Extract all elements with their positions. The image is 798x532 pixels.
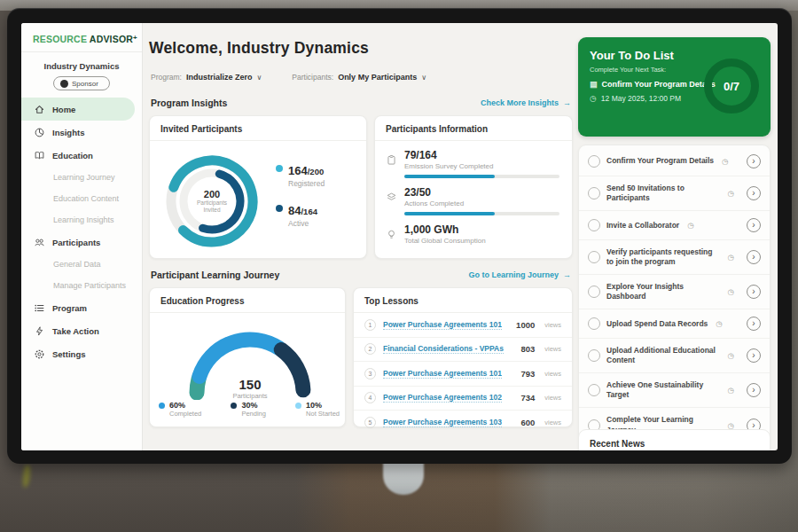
lesson-rank: 4 — [364, 392, 376, 403]
metric-progress-bar — [404, 175, 559, 178]
sidebar-item-participants[interactable]: Participants — [21, 231, 142, 254]
task-label: Achieve One Sustainability Target — [606, 380, 720, 400]
metric-value: 79/164 — [404, 149, 559, 161]
lesson-link[interactable]: Power Purchase Agreements 102 — [383, 393, 502, 403]
sidebar-item-label: Learning Insights — [53, 215, 114, 224]
lesson-link[interactable]: Power Purchase Agreements 101 — [383, 369, 502, 379]
metric-label: Total Global Consumption — [404, 237, 559, 245]
lesson-views-value: 793 — [520, 369, 535, 379]
sidebar-item-label: Insights — [52, 128, 84, 137]
lesson-row-1: 1Power Purchase Agreements 1011000views — [354, 313, 572, 338]
recent-news-title: Recent News — [579, 430, 770, 450]
task-row-confirm-your-program-details: Confirm Your Program Details◷› — [579, 147, 770, 176]
sidebar-item-learning-insights[interactable]: Learning Insights — [21, 209, 142, 231]
sidebar-item-learning-journey[interactable]: Learning Journey — [21, 167, 142, 188]
lesson-rank: 2 — [364, 343, 376, 355]
sidebar-item-education[interactable]: Education — [21, 144, 142, 167]
sidebar-item-label: Participants — [52, 238, 100, 247]
program-insights-header: Program Insights Check More Insights → — [151, 98, 571, 108]
task-chevron-right-icon[interactable]: › — [747, 383, 761, 397]
task-row-upload-spend-data-records: Upload Spend Data Records◷› — [579, 309, 770, 339]
sidebar-item-education-content[interactable]: Education Content — [21, 188, 142, 209]
lesson-views-label: views — [544, 394, 561, 402]
participants-filter-value: Only My Participants — [338, 73, 417, 82]
invited-participants-donut-chart: 200 Participants Invited — [162, 152, 262, 251]
sidebar-nav: HomeInsightsEducationLearning JourneyEdu… — [21, 98, 142, 365]
participants-metrics: 79/164Emission Survey Completed23/50Acti… — [375, 141, 572, 245]
go-to-learning-journey-label: Go to Learning Journey — [468, 270, 559, 279]
todo-column: Your To Do List Complete Your Next Task:… — [578, 23, 771, 450]
sponsor-badge[interactable]: Sponsor — [53, 76, 110, 90]
lesson-link[interactable]: Power Purchase Agreements 101 — [383, 320, 502, 330]
clock-icon: ◷ — [722, 157, 728, 166]
task-chevron-right-icon[interactable]: › — [747, 186, 761, 200]
task-checkbox[interactable] — [588, 286, 600, 298]
task-checkbox[interactable] — [588, 155, 600, 168]
task-chevron-right-icon[interactable]: › — [747, 218, 761, 232]
sidebar-item-manage-participants[interactable]: Manage Participants — [21, 275, 142, 296]
sidebar-item-take-action[interactable]: Take Action — [21, 319, 142, 342]
clipboard-icon — [386, 154, 397, 166]
sidebar-item-insights[interactable]: Insights — [21, 121, 142, 144]
program-filter[interactable]: Program: Industrialize Zero ∨ — [151, 73, 262, 82]
lesson-link[interactable]: Power Purchase Agreements 103 — [383, 418, 502, 427]
task-checkbox[interactable] — [588, 317, 600, 330]
task-chevron-right-icon[interactable]: › — [747, 285, 761, 299]
invited-participants-card: Invited Participants 200 Participants In… — [149, 115, 367, 259]
gauge-legend-completed: 60%Completed — [159, 401, 201, 418]
task-label: Verify participants requesting to join t… — [606, 247, 720, 267]
task-chevron-right-icon[interactable]: › — [747, 348, 761, 363]
gauge-center-label: 150 Participants — [175, 377, 325, 400]
go-to-learning-journey-link[interactable]: Go to Learning Journey → — [468, 270, 571, 279]
participants-information-card: Participants Information 79/164Emission … — [374, 115, 573, 259]
check-more-insights-link[interactable]: Check More Insights → — [481, 98, 571, 107]
task-checkbox[interactable] — [588, 384, 600, 396]
legend-label: Completed — [169, 410, 201, 418]
legend-label: Not Started — [306, 410, 340, 418]
arrow-right-icon: → — [563, 270, 571, 279]
metric-value: 1,000 GWh — [404, 223, 559, 236]
task-checkbox[interactable] — [588, 187, 600, 200]
page-title: Welcome, Industry Dynamics — [149, 39, 369, 58]
education-icon — [34, 150, 45, 161]
gauge-center-value: 150 — [175, 377, 325, 392]
metric-actions-completed: 23/50Actions Completed — [375, 178, 572, 215]
registered-value: 164 — [288, 164, 308, 177]
task-chevron-right-icon[interactable]: › — [747, 250, 761, 264]
education-progress-card: Education Progress 150 Participants 60%C… — [149, 287, 346, 427]
active-label: Active — [288, 219, 317, 228]
legend-item-registered: 164/200 Registered — [276, 162, 325, 188]
insights-icon — [34, 127, 45, 138]
task-checkbox[interactable] — [588, 251, 600, 263]
sidebar-item-general-data[interactable]: General Data — [21, 254, 142, 275]
task-checkbox[interactable] — [588, 349, 600, 362]
registered-total: /200 — [308, 167, 325, 176]
participants-filter[interactable]: Participants: Only My Participants ∨ — [292, 73, 426, 82]
arrow-right-icon: → — [563, 98, 571, 107]
sidebar: RESOURCE ADVISOR+ Industry Dynamics Spon… — [21, 23, 143, 450]
sidebar-item-settings[interactable]: Settings — [21, 342, 142, 365]
metric-label: Emission Survey Completed — [404, 162, 559, 170]
recent-news-card: Recent News — [578, 429, 771, 450]
sidebar-item-program[interactable]: Program — [21, 296, 142, 319]
bulb-icon — [386, 229, 397, 240]
legend-pct: 30% — [241, 401, 266, 410]
gauge-center-text: Participants — [175, 392, 325, 400]
lesson-views-label: views — [544, 370, 561, 378]
filters-row: Program: Industrialize Zero ∨ Participan… — [151, 73, 426, 82]
lesson-row-5: 5Power Purchase Agreements 103600views — [354, 411, 572, 435]
learning-journey-heading: Participant Learning Journey — [151, 270, 279, 280]
task-chevron-right-icon[interactable]: › — [747, 317, 761, 331]
clock-icon: ◷ — [728, 287, 734, 296]
legend-item-active: 84/164 Active — [276, 202, 325, 228]
layers-icon — [386, 192, 397, 203]
participants-information-title: Participants Information — [375, 116, 572, 141]
task-chevron-right-icon[interactable]: › — [747, 154, 761, 168]
sidebar-item-label: Education — [52, 151, 93, 160]
clock-icon: ◷ — [728, 253, 734, 262]
task-checkbox[interactable] — [588, 219, 600, 231]
monitor-bezel: RESOURCE ADVISOR+ Industry Dynamics Spon… — [7, 8, 792, 464]
lesson-link[interactable]: Financial Considerations - VPPAs — [383, 344, 504, 354]
lesson-views-value: 1000 — [516, 320, 535, 330]
sidebar-item-home[interactable]: Home — [21, 98, 135, 121]
